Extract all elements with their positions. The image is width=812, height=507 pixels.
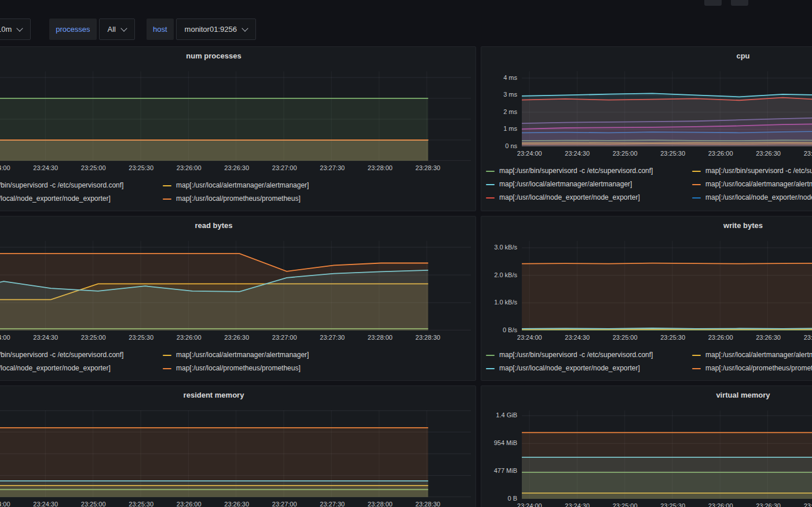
x-tick-label: 23:25:30 xyxy=(124,164,159,171)
y-tick-label: 2 ms xyxy=(503,108,517,115)
y-tick-label: 477 MiB xyxy=(494,467,517,474)
legend-item[interactable]: map[:/usr/bin/supervisord -c /etc/superv… xyxy=(692,165,812,177)
panel-num-processes: num processes 23:24:0023:24:3023:25:0023… xyxy=(0,46,476,211)
toolbar-button-stub[interactable] xyxy=(704,0,722,6)
chart-canvas[interactable] xyxy=(0,71,471,161)
x-tick-label: 23:27:00 xyxy=(799,334,812,341)
series-color-dash-icon xyxy=(163,199,171,200)
x-tick-label: 23:27:00 xyxy=(267,334,302,341)
legend-item[interactable]: map[:/usr/local/alertmanager/alertmanage… xyxy=(163,179,471,191)
legend: map[:/usr/bin/supervisord -c /etc/superv… xyxy=(0,349,471,374)
variable-label-processes[interactable]: processes xyxy=(49,19,96,40)
legend-label: map[:/usr/bin/supervisord -c /etc/superv… xyxy=(499,351,653,359)
chevron-down-icon xyxy=(120,25,127,31)
x-tick-label: 23:27:00 xyxy=(799,502,812,507)
legend-item[interactable]: map[:/usr/bin/supervisord -c /etc/superv… xyxy=(0,349,156,361)
x-tick-label: 23:26:30 xyxy=(220,164,254,171)
legend-item[interactable]: map[:/usr/local/prometheus/prometheus] xyxy=(692,362,812,374)
legend-item[interactable]: map[:/usr/bin/supervisord -c /etc/superv… xyxy=(0,179,156,191)
legend-item[interactable]: map[:/usr/bin/supervisord -c /etc/superv… xyxy=(486,349,685,361)
dashboard-submenu: 10m processes All host monitor01:9256 xyxy=(0,19,256,40)
legend-label: map[:/usr/local/alertmanager/alertmanage… xyxy=(705,351,812,359)
x-axis: 23:24:0023:24:3023:25:0023:25:3023:26:00… xyxy=(486,333,812,346)
chart-area: 0 ns1 ms2 ms3 ms4 ms xyxy=(486,71,812,146)
x-tick-label: 23:26:00 xyxy=(171,334,206,341)
x-tick-label: 23:26:00 xyxy=(171,501,206,507)
series-fill xyxy=(522,93,812,146)
x-tick-label: 23:27:00 xyxy=(267,164,302,171)
legend-item[interactable]: map[:/usr/local/alertmanager/alertmanage… xyxy=(486,178,685,190)
legend-item[interactable]: map[:/usr/local/alertmanager/alertmanage… xyxy=(163,349,471,361)
legend-item[interactable]: map[:/usr/local/alertmanager/alertmanage… xyxy=(692,178,812,190)
legend-item[interactable]: map[:/usr/local/node_exporter/node_expor… xyxy=(486,192,685,203)
x-tick-label: 23:25:00 xyxy=(608,334,642,341)
legend-item[interactable]: map[:/usr/local/node_exporter/node_expor… xyxy=(486,362,685,374)
y-tick-label: 4 ms xyxy=(503,74,517,81)
x-tick-label: 23:26:30 xyxy=(751,502,786,507)
y-axis: 0 ns1 ms2 ms3 ms4 ms xyxy=(486,71,522,146)
series-color-dash-icon xyxy=(163,185,171,186)
x-tick-label: 23:28:30 xyxy=(411,334,445,341)
x-axis: 23:24:0023:24:3023:25:0023:25:3023:26:00… xyxy=(0,163,471,176)
y-tick-label: 1 ms xyxy=(503,125,517,132)
chart-canvas[interactable] xyxy=(0,241,471,330)
legend-label: map[:/usr/local/node_exporter/node_expor… xyxy=(499,193,640,201)
chart-canvas[interactable] xyxy=(522,241,812,330)
legend: map[:/usr/bin/supervisord -c /etc/superv… xyxy=(486,165,812,203)
toolbar-button-stub[interactable] xyxy=(731,0,748,6)
variable-label-host[interactable]: host xyxy=(147,19,174,40)
legend-item[interactable]: map[:/usr/local/alertmanager/alertmanage… xyxy=(692,349,812,361)
x-tick-label: 23:25:30 xyxy=(124,334,159,341)
x-tick-label: 23:28:00 xyxy=(363,501,397,507)
x-tick-label: 23:24:00 xyxy=(512,502,547,507)
legend-label: map[:/usr/local/prometheus/prometheus] xyxy=(176,194,301,203)
series-fill xyxy=(0,254,428,330)
x-tick-label: 23:26:00 xyxy=(703,334,738,341)
host-value-dropdown[interactable]: monitor01:9256 xyxy=(176,19,256,40)
chart-canvas[interactable] xyxy=(522,410,812,499)
chart-area: 0 B/s1.0 kB/s2.0 kB/s3.0 kB/s xyxy=(486,241,812,330)
legend-item[interactable]: map[:/usr/local/prometheus/prometheus] xyxy=(163,193,471,204)
x-tick-label: 23:26:30 xyxy=(751,150,786,157)
legend: map[:/usr/bin/supervisord -c /etc/superv… xyxy=(486,349,812,374)
legend-item[interactable]: map[:/usr/bin/supervisord -c /etc/superv… xyxy=(486,165,685,177)
legend-label: map[:/usr/bin/supervisord -c /etc/superv… xyxy=(705,167,812,175)
panel-resident-memory: resident memory 23:24:0023:24:3023:25:00… xyxy=(0,385,476,507)
x-tick-label: 23:26:00 xyxy=(171,164,206,171)
chart-canvas[interactable] xyxy=(0,410,471,497)
panel-write-bytes: write bytes 0 B/s1.0 kB/s2.0 kB/s3.0 kB/… xyxy=(481,216,812,381)
chart-canvas[interactable] xyxy=(522,71,812,146)
interval-dropdown[interactable]: 10m xyxy=(0,19,31,40)
series-color-dash-icon xyxy=(692,368,701,369)
panel-title: cpu xyxy=(486,47,812,64)
x-tick-label: 23:27:30 xyxy=(315,334,350,341)
y-tick-label: 2.0 kB/s xyxy=(494,271,517,278)
x-tick-label: 23:27:00 xyxy=(799,150,812,157)
series-line xyxy=(522,263,812,264)
legend-item[interactable]: map[:/usr/local/node_exporter/node_expor… xyxy=(692,192,812,203)
series-color-dash-icon xyxy=(486,197,495,199)
x-tick-label: 23:25:00 xyxy=(76,334,111,341)
legend-label: map[:/usr/local/prometheus/prometheus] xyxy=(705,364,812,372)
x-tick-label: 23:27:30 xyxy=(315,164,350,171)
chart-area xyxy=(0,71,471,161)
y-tick-label: 3.0 kB/s xyxy=(494,244,517,251)
panel-title: num processes xyxy=(0,47,471,64)
x-tick-label: 23:24:00 xyxy=(512,150,547,157)
x-tick-label: 23:26:00 xyxy=(703,150,738,157)
y-tick-label: 954 MiB xyxy=(494,439,517,446)
processes-value-dropdown[interactable]: All xyxy=(99,19,135,40)
x-tick-label: 23:25:00 xyxy=(76,501,111,507)
x-tick-label: 23:24:00 xyxy=(0,334,15,341)
x-tick-label: 23:25:30 xyxy=(656,334,690,341)
x-tick-label: 23:28:30 xyxy=(411,164,445,171)
legend-item[interactable]: map[:/usr/local/node_exporter/node_expor… xyxy=(0,193,156,204)
series-color-dash-icon xyxy=(486,184,495,185)
x-tick-label: 23:24:30 xyxy=(28,164,63,171)
legend-item[interactable]: map[:/usr/local/prometheus/prometheus] xyxy=(163,362,471,374)
legend-label: map[:/usr/local/alertmanager/alertmanage… xyxy=(705,180,812,188)
x-tick-label: 23:28:00 xyxy=(363,164,397,171)
x-tick-label: 23:24:00 xyxy=(512,334,547,341)
legend-item[interactable]: map[:/usr/local/node_exporter/node_expor… xyxy=(0,362,156,374)
y-tick-label: 1.0 kB/s xyxy=(494,299,517,306)
